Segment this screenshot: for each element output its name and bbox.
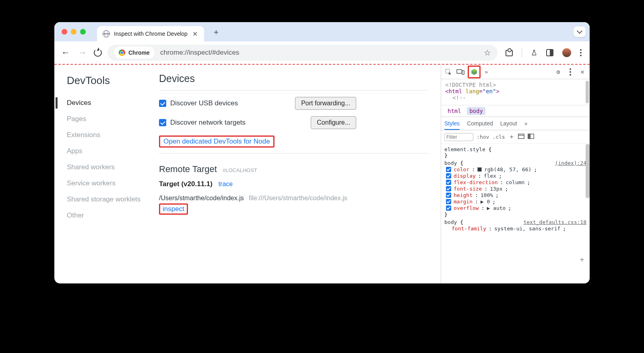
devices-content: Devices Discover USB devices Port forwar… — [159, 65, 441, 283]
script-path: /Users/stmarthe/code/index.js — [159, 195, 244, 201]
html-attr-val: "en" — [483, 88, 496, 94]
svg-rect-1 — [457, 70, 462, 73]
body-rule-2[interactable]: text_defaults.css:18 body { font-family:… — [444, 219, 586, 232]
styles-pane[interactable]: element.style {} (index):24 body { color… — [441, 144, 590, 283]
sidebar-title: DevTools — [67, 74, 159, 87]
settings-gear-icon[interactable]: ⚙ — [553, 67, 563, 77]
body-rule-1[interactable]: (index):24 body { color: rgb(48, 57, 66)… — [444, 160, 586, 218]
side-panel-icon[interactable] — [546, 49, 553, 56]
property-checkbox[interactable] — [446, 186, 451, 191]
elements-source[interactable]: <!DOCTYPE html> <html lang="en"> <!-- — [441, 79, 590, 105]
css-property[interactable]: height: 100%; — [444, 192, 586, 198]
sidebar-item-service-workers[interactable]: Service workers — [67, 175, 159, 191]
property-checkbox[interactable] — [446, 167, 451, 172]
chrome-origin-chip[interactable]: Chrome — [114, 47, 155, 59]
address-bar[interactable]: Chrome chrome://inspect/#devices ☆ — [107, 45, 497, 61]
styles-filter-input[interactable] — [444, 133, 473, 141]
tab-overflow-button[interactable] — [574, 27, 586, 37]
sidebar-item-other[interactable]: Other — [67, 207, 159, 224]
open-node-devtools-link[interactable]: Open dedicated DevTools for Node — [163, 138, 270, 145]
devtools-menu-icon[interactable] — [566, 67, 575, 77]
property-checkbox[interactable] — [446, 205, 451, 211]
tab-title: Inspect with Chrome Develop — [114, 31, 188, 37]
minimize-window-icon[interactable] — [71, 29, 76, 35]
prop-val: column — [506, 179, 524, 185]
prop-key: font-size — [454, 186, 482, 192]
menu-icon[interactable] — [580, 49, 582, 56]
sidebar-item-devices[interactable]: Devices — [67, 95, 159, 111]
device-toggle-icon[interactable] — [456, 67, 465, 77]
scrollbar[interactable] — [586, 144, 590, 198]
devtools-panel: » ⚙ ✕ <!DOCTYPE html> <html lang="en"> <… — [441, 65, 590, 283]
sidebar-item-extensions[interactable]: Extensions — [67, 127, 159, 143]
color-swatch-icon[interactable] — [477, 167, 482, 172]
sidebar-item-apps[interactable]: Apps — [67, 143, 159, 159]
css-property[interactable]: margin: ▶ 0; — [444, 199, 586, 205]
trace-link[interactable]: trace — [219, 181, 233, 187]
origin-chip-label: Chrome — [128, 49, 150, 56]
add-property-icon[interactable]: ＋ — [578, 254, 586, 264]
browser-tab[interactable]: Inspect with Chrome Develop ✕ — [97, 26, 204, 41]
close-devtools-icon[interactable]: ✕ — [578, 67, 587, 77]
css-property[interactable]: font-size: 13px; — [444, 186, 586, 192]
sidebar-item-shared-storage-worklets[interactable]: Shared storage worklets — [67, 191, 159, 207]
discover-usb-row: Discover USB devices Port forwarding... — [159, 97, 429, 110]
configure-button[interactable]: Configure... — [311, 116, 356, 129]
svg-rect-5 — [518, 134, 524, 138]
rule-origin[interactable]: (index):24 — [555, 160, 586, 166]
css-property[interactable]: color: rgb(48, 57, 66); — [444, 166, 586, 172]
breadcrumb-body[interactable]: body — [467, 107, 485, 115]
prop-val: 13px — [490, 186, 502, 192]
target-path-line: /Users/stmarthe/code/index.js file:///Us… — [159, 195, 429, 202]
profile-avatar[interactable] — [562, 48, 571, 57]
hov-toggle[interactable]: :hov — [477, 134, 489, 140]
globe-icon — [103, 30, 110, 37]
bookmark-star-icon[interactable]: ☆ — [484, 48, 491, 57]
new-tab-button[interactable]: ＋ — [208, 27, 224, 37]
devtools-toolbar: » ⚙ ✕ — [441, 65, 590, 79]
cls-toggle[interactable]: .cls — [492, 134, 505, 140]
sidebar-toggle-icon[interactable] — [528, 133, 534, 140]
more-tabs-button[interactable]: » — [483, 69, 489, 75]
prop-val: system-ui, sans-serif — [494, 226, 560, 232]
scrollbar[interactable] — [586, 81, 589, 103]
back-button[interactable]: ← — [60, 47, 71, 58]
port-forwarding-button[interactable]: Port forwarding... — [295, 97, 356, 110]
forward-button[interactable]: → — [77, 47, 88, 58]
property-checkbox[interactable] — [446, 193, 451, 198]
rule-origin[interactable]: text_defaults.css:18 — [523, 219, 586, 225]
computed-panel-icon[interactable] — [518, 133, 524, 140]
new-style-rule-icon[interactable]: ＋ — [508, 133, 515, 141]
inspect-link[interactable]: inspect — [163, 205, 184, 213]
more-tabs-button[interactable]: » — [524, 120, 528, 127]
tab-computed[interactable]: Computed — [467, 120, 493, 127]
property-checkbox[interactable] — [446, 199, 451, 204]
property-checkbox[interactable] — [446, 180, 451, 185]
extensions-icon[interactable] — [506, 49, 513, 56]
breadcrumb-html[interactable]: html — [445, 107, 464, 115]
close-window-icon[interactable] — [62, 29, 67, 35]
sidebar-item-shared-workers[interactable]: Shared workers — [67, 159, 159, 175]
remote-target-host: #LOCALHOST — [223, 167, 257, 173]
tab-layout[interactable]: Layout — [500, 120, 517, 127]
css-property[interactable]: flex-direction: column; — [444, 179, 586, 185]
svg-rect-7 — [528, 134, 530, 138]
node-js-icon[interactable] — [469, 67, 479, 77]
element-style-rule[interactable]: element.style {} — [444, 146, 586, 158]
discover-usb-label: Discover USB devices — [170, 99, 238, 107]
annotation-box: Open dedicated DevTools for Node — [159, 135, 275, 148]
discover-network-checkbox[interactable] — [159, 119, 166, 126]
css-property[interactable]: display: flex; — [444, 173, 586, 179]
css-property[interactable]: overflow: ▶ auto; — [444, 205, 586, 211]
prop-key: overflow — [454, 205, 479, 211]
close-tab-icon[interactable]: ✕ — [192, 30, 198, 38]
labs-icon[interactable] — [531, 49, 537, 57]
sidebar-item-pages[interactable]: Pages — [67, 111, 159, 127]
property-checkbox[interactable] — [446, 173, 451, 179]
tab-styles[interactable]: Styles — [444, 120, 460, 130]
reload-button[interactable] — [94, 49, 102, 57]
fullscreen-window-icon[interactable] — [80, 29, 86, 35]
file-url: file:///Users/stmarthe/code/index.js — [249, 195, 347, 201]
inspect-element-icon[interactable] — [444, 67, 453, 77]
discover-usb-checkbox[interactable] — [159, 100, 166, 107]
